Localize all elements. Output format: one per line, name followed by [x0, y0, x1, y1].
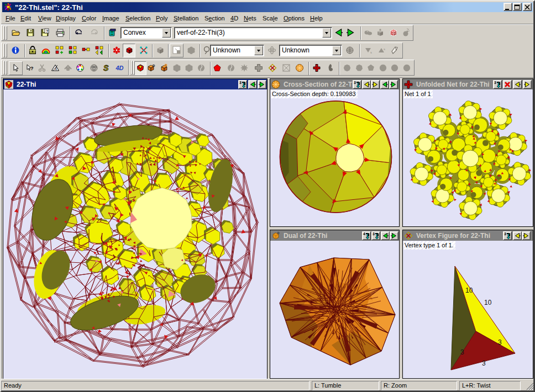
- svg-text:10: 10: [484, 299, 492, 306]
- svg-text:s: s: [384, 47, 385, 51]
- svg-text:D: D: [153, 64, 155, 67]
- svg-text:3: 3: [498, 338, 502, 346]
- svg-text:3: 3: [460, 348, 464, 356]
- svg-text:10: 10: [465, 287, 473, 294]
- svg-text:D: D: [277, 231, 280, 235]
- svg-text:4: 4: [55, 67, 57, 71]
- svg-text:3: 3: [239, 81, 242, 84]
- svg-text:3: 3: [354, 81, 356, 84]
- svg-text:4: 4: [363, 232, 365, 236]
- svg-text:S: S: [103, 63, 109, 72]
- svg-text:3: 3: [494, 81, 496, 84]
- svg-text:3: 3: [482, 359, 486, 367]
- svg-text:?: ?: [30, 66, 34, 71]
- svg-text:?: ?: [46, 29, 48, 33]
- svg-text:3: 3: [504, 232, 506, 236]
- svg-text:s: s: [370, 51, 372, 54]
- svg-text:3: 3: [373, 232, 375, 236]
- svg-text:4D: 4D: [116, 65, 124, 71]
